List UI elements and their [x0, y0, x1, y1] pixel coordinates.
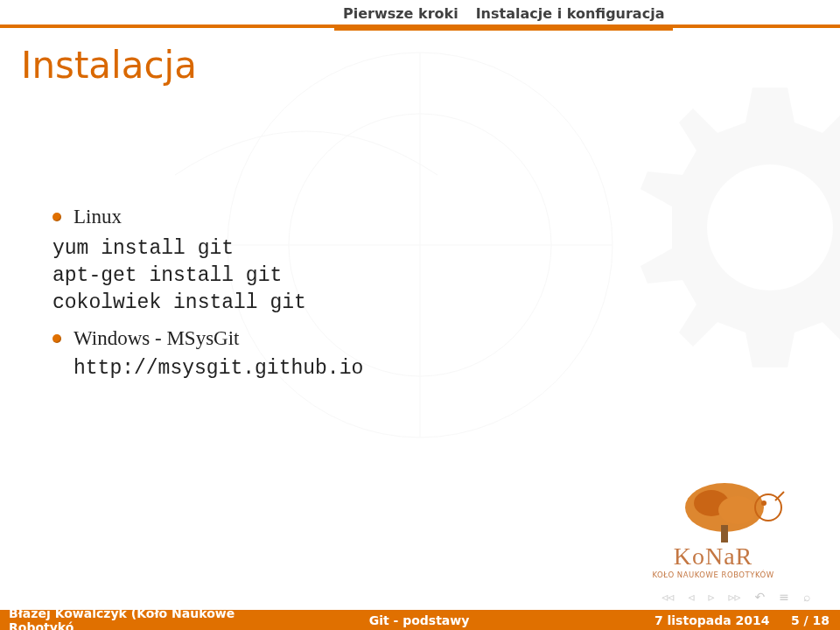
nav-search-icon[interactable]: ⌕ — [803, 590, 810, 604]
logo-name: KoNaR — [612, 542, 814, 570]
bullet-icon — [52, 213, 61, 221]
code-block: yum install git apt-get install git coko… — [52, 235, 788, 317]
footer-title: Git - podstawy — [283, 613, 556, 627]
code-line: yum install git — [52, 235, 788, 262]
nav-first-icon[interactable]: ◃◃ — [662, 590, 674, 604]
code-line: apt-get install git — [52, 262, 788, 290]
page-total: 18 — [813, 613, 830, 627]
nav-menu-icon[interactable]: ≡ — [779, 590, 789, 604]
konar-logo: KoNaR KOŁO NAUKOWE ROBOTYKÓW — [612, 472, 814, 586]
bullet-linux: Linux — [74, 206, 122, 228]
msysgit-link[interactable]: http://msysgit.github.io — [74, 357, 788, 380]
bullet-icon — [52, 334, 61, 343]
code-line: cokolwiek install git — [52, 290, 788, 317]
header-divider — [0, 24, 840, 28]
footer-page-info: 7 listopada 2014 5 / 18 — [556, 613, 840, 627]
nav-back-icon[interactable]: ↶ — [755, 590, 766, 604]
footer: Błażej Kowalczyk (Koło Naukowe Robotykó … — [0, 610, 840, 630]
bullet-windows: Windows - MSysGit — [74, 327, 239, 350]
page-current: 5 — [791, 613, 800, 627]
nav-next-icon[interactable]: ▹ — [708, 590, 714, 604]
footer-date: 7 listopada 2014 — [654, 613, 770, 627]
slide-content: Linux yum install git apt-get install gi… — [52, 206, 788, 380]
nav-last-icon[interactable]: ▹▹ — [728, 590, 740, 604]
page-title: Instalacja — [21, 44, 197, 87]
nav-prev-icon[interactable]: ◃ — [688, 590, 694, 604]
slide-nav: ◃◃ ◃ ▹ ▹▹ ↶ ≡ ⌕ — [662, 590, 810, 604]
page-sep: / — [800, 613, 813, 627]
footer-author: Błażej Kowalczyk (Koło Naukowe Robotykó — [0, 606, 283, 631]
logo-subtitle: KOŁO NAUKOWE ROBOTYKÓW — [612, 570, 814, 579]
